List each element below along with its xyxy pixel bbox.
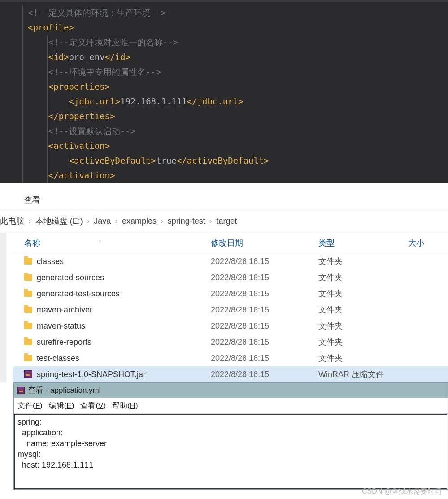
breadcrumb[interactable]: 此电脑›本地磁盘 (E:)›Java›examples›spring-test›… (0, 211, 448, 233)
col-name-label[interactable]: 名称 (24, 238, 40, 248)
code-line[interactable]: <!--定义具体的环境：生产环境--> (0, 5, 448, 20)
file-date: 2022/8/28 16:15 (211, 370, 318, 379)
file-date: 2022/8/28 16:15 (211, 257, 318, 266)
chevron-right-icon: › (210, 217, 212, 225)
file-name: generated-sources (37, 273, 104, 282)
sort-indicator-icon: ˄ (99, 240, 101, 246)
archive-viewer-window: 查看 - application.yml 文件(F) 编辑(E) 查看(V) 帮… (13, 382, 448, 490)
file-name: classes (37, 257, 64, 266)
watermark: CSDN @鱼找水需要时间 (362, 487, 442, 496)
file-date: 2022/8/28 16:15 (211, 273, 318, 282)
folder-icon (24, 355, 32, 361)
file-type: 文件夹 (318, 353, 408, 364)
file-date: 2022/8/28 16:15 (211, 289, 318, 299)
folder-icon (24, 291, 32, 297)
chevron-right-icon: › (29, 217, 31, 225)
folder-icon (24, 258, 32, 265)
code-line[interactable]: <id>pro_env</id> (0, 50, 448, 65)
file-name: maven-archiver (37, 305, 92, 315)
file-row[interactable]: maven-status2022/8/28 16:15文件夹 (13, 318, 448, 334)
file-date: 2022/8/28 16:15 (211, 354, 318, 363)
file-date: 2022/8/28 16:15 (211, 321, 318, 331)
folder-icon (24, 274, 32, 281)
breadcrumb-item[interactable]: 本地磁盘 (E:) (35, 216, 83, 226)
file-name: generated-test-sources (37, 289, 120, 299)
col-type-label[interactable]: 类型 (318, 238, 408, 248)
col-size-label[interactable]: 大小 (408, 238, 435, 248)
chevron-right-icon: › (115, 217, 117, 225)
code-line[interactable]: <!--定义环境对应唯一的名称--> (0, 35, 448, 50)
file-name: test-classes (37, 354, 79, 363)
folder-icon (24, 307, 32, 313)
file-type: 文件夹 (318, 288, 408, 299)
file-row[interactable]: classes2022/8/28 16:15文件夹 (13, 253, 448, 269)
file-type: 文件夹 (318, 256, 408, 267)
menu-help[interactable]: 帮助(H) (112, 400, 138, 411)
folder-icon (24, 323, 32, 329)
file-name: spring-test-1.0-SNAPSHOT.jar (37, 370, 146, 379)
file-date: 2022/8/28 16:15 (211, 338, 318, 347)
file-type: 文件夹 (318, 304, 408, 315)
nav-tree-collapsed[interactable] (0, 233, 13, 382)
file-row[interactable]: maven-archiver2022/8/28 16:15文件夹 (13, 302, 448, 318)
menu-view[interactable]: 查看(V) (80, 400, 106, 411)
code-line[interactable]: <!--环境中专用的属性名--> (0, 65, 448, 79)
code-line[interactable]: <properties> (0, 79, 448, 94)
file-type: 文件夹 (318, 272, 408, 283)
column-headers[interactable]: 名称 ˄ 修改日期 类型 大小 (13, 233, 448, 253)
breadcrumb-item[interactable]: spring-test (168, 217, 205, 226)
file-row[interactable]: test-classes2022/8/28 16:15文件夹 (13, 350, 448, 366)
file-row[interactable]: spring-test-1.0-SNAPSHOT.jar2022/8/28 16… (13, 366, 448, 382)
breadcrumb-item[interactable]: 此电脑 (0, 216, 24, 226)
toolbar-view[interactable]: 查看 (21, 193, 44, 207)
archive-icon (24, 370, 32, 378)
chevron-right-icon: › (87, 217, 90, 225)
col-date-label[interactable]: 修改日期 (211, 238, 318, 248)
viewer-titlebar[interactable]: 查看 - application.yml (14, 383, 448, 398)
file-name: maven-status (37, 321, 85, 331)
code-line[interactable]: <activation> (0, 139, 448, 153)
viewer-title-text: 查看 - application.yml (28, 385, 101, 395)
winrar-icon (17, 387, 25, 394)
breadcrumb-item[interactable]: examples (122, 217, 157, 226)
viewer-content[interactable]: spring: application: name: example-serve… (14, 414, 447, 489)
file-type: 文件夹 (318, 337, 408, 347)
code-line[interactable]: <!--设置默认启动--> (0, 124, 448, 139)
viewer-menubar: 文件(F) 编辑(E) 查看(V) 帮助(H) (14, 398, 448, 414)
file-name: surefire-reports (37, 338, 91, 347)
menu-file[interactable]: 文件(F) (17, 400, 43, 411)
folder-icon (24, 339, 32, 345)
menu-edit[interactable]: 编辑(E) (49, 400, 74, 411)
file-list: 名称 ˄ 修改日期 类型 大小 classes2022/8/28 16:15文件… (13, 233, 448, 382)
code-line[interactable]: <profile> (0, 20, 448, 35)
file-row[interactable]: generated-sources2022/8/28 16:15文件夹 (13, 269, 448, 286)
chevron-right-icon: › (161, 217, 163, 225)
file-type: WinRAR 压缩文件 (318, 369, 408, 380)
code-line[interactable]: <jdbc.url>192.168.1.111</jdbc.url> (0, 94, 448, 109)
file-date: 2022/8/28 16:15 (211, 305, 318, 315)
file-row[interactable]: surefire-reports2022/8/28 16:15文件夹 (13, 334, 448, 350)
code-editor[interactable]: <!--定义具体的环境：生产环境--><profile> <!--定义环境对应唯… (0, 0, 448, 183)
code-line[interactable]: </activation> (0, 168, 448, 183)
file-explorer: 查看 此电脑›本地磁盘 (E:)›Java›examples›spring-te… (0, 183, 448, 490)
breadcrumb-item[interactable]: Java (94, 217, 111, 226)
file-type: 文件夹 (318, 321, 408, 331)
code-line[interactable]: </properties> (0, 109, 448, 124)
explorer-toolbar: 查看 (0, 183, 448, 211)
file-row[interactable]: generated-test-sources2022/8/28 16:15文件夹 (13, 286, 448, 302)
code-line[interactable]: <activeByDefault>true</activeByDefault> (0, 153, 448, 168)
breadcrumb-item[interactable]: target (216, 217, 237, 226)
